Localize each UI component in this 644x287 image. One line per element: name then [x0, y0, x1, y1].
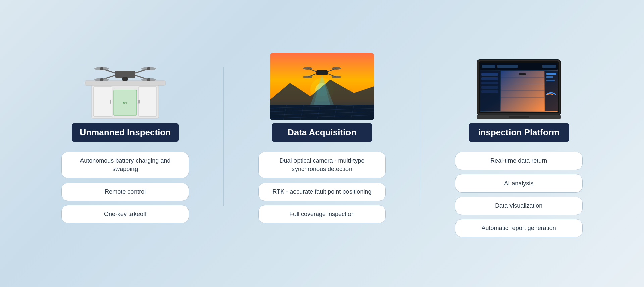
svg-point-42	[303, 67, 312, 70]
svg-rect-66	[519, 73, 526, 75]
svg-rect-72	[509, 116, 529, 118]
svg-rect-70	[546, 80, 555, 81]
svg-point-17	[100, 67, 103, 70]
inspection-platform-title: inspection Platform	[469, 123, 569, 142]
svg-rect-3	[110, 100, 111, 104]
svg-rect-53	[497, 65, 518, 68]
svg-point-20	[147, 78, 150, 81]
feature-item: One-key takeoff	[61, 205, 189, 223]
column-unmanned-inspection: DJI Unmanned	[27, 50, 224, 224]
platform-illustration	[469, 51, 569, 122]
feature-item: Remote control	[61, 183, 189, 201]
svg-rect-52	[482, 65, 495, 68]
svg-rect-69	[546, 76, 553, 78]
svg-rect-37	[316, 70, 328, 75]
data-acquisition-image	[265, 50, 379, 123]
column-data-acquisition: Data Acquisition Dual optical camera - m…	[224, 50, 421, 224]
svg-point-43	[332, 67, 341, 70]
svg-rect-1	[85, 81, 165, 85]
svg-point-19	[100, 78, 103, 81]
data-acquisition-title: Data Acquisition	[272, 123, 372, 142]
feature-item: Autonomous battery charging and swapping	[61, 152, 189, 178]
svg-rect-59	[481, 86, 498, 89]
svg-rect-8	[115, 71, 135, 78]
feature-item: Automatic report generation	[455, 219, 583, 237]
svg-rect-21	[122, 77, 128, 81]
svg-rect-4	[138, 87, 157, 116]
svg-rect-68	[546, 73, 556, 75]
svg-rect-2	[94, 87, 112, 116]
unmanned-inspection-title: Unmanned Inspection	[72, 123, 179, 142]
inspection-platform-features: Real-time data return AI analysis Data v…	[455, 152, 583, 238]
feature-item: RTK - accurate fault point positioning	[258, 183, 386, 201]
feature-item: Real-time data return	[455, 152, 583, 170]
svg-text:DJI: DJI	[123, 102, 127, 105]
column-inspection-platform: inspection Platform Real-time data retur…	[420, 50, 617, 238]
feature-item: Dual optical camera - multi-type synchro…	[258, 152, 386, 178]
data-acquisition-illustration	[270, 53, 374, 120]
feature-item: Full coverage inspection	[258, 205, 386, 223]
inspection-platform-image	[462, 50, 576, 123]
svg-point-44	[303, 76, 312, 78]
svg-point-18	[147, 67, 150, 70]
feature-item: Data visualization	[455, 197, 583, 215]
svg-point-45	[332, 76, 341, 78]
svg-rect-5	[138, 100, 140, 104]
svg-rect-60	[481, 90, 498, 93]
unmanned-inspection-image: DJI	[68, 50, 182, 123]
svg-rect-56	[481, 73, 498, 76]
svg-rect-58	[481, 82, 498, 84]
feature-item: AI analysis	[455, 174, 583, 193]
drone-station-illustration: DJI	[71, 51, 179, 122]
svg-rect-54	[542, 65, 556, 68]
data-acquisition-features: Dual optical camera - multi-type synchro…	[258, 152, 386, 224]
main-container: DJI Unmanned	[0, 36, 644, 251]
unmanned-inspection-features: Autonomous battery charging and swapping…	[61, 152, 189, 224]
svg-rect-57	[481, 77, 498, 80]
